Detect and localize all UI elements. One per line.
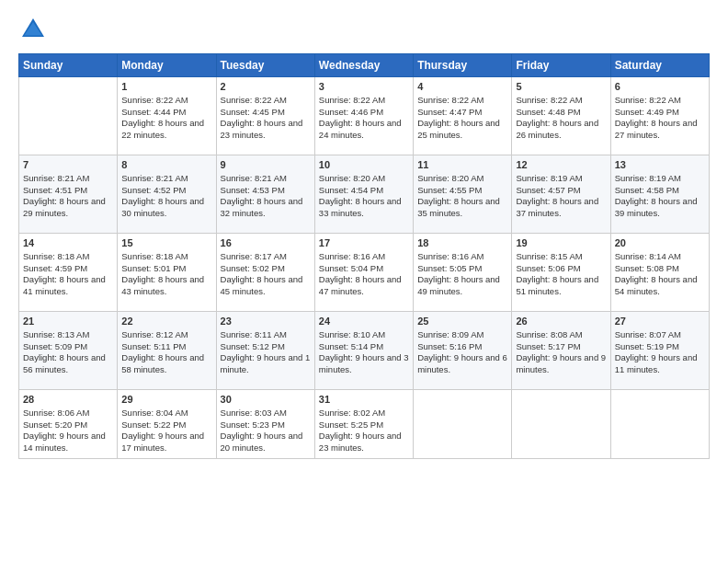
sunset-text: Sunset: 4:49 PM (615, 107, 679, 117)
sunrise-text: Sunrise: 8:02 AM (319, 408, 385, 418)
calendar-cell: 11Sunrise: 8:20 AMSunset: 4:55 PMDayligh… (414, 155, 512, 234)
daylight-text: Daylight: 8 hours and 49 minutes. (417, 274, 500, 296)
sunset-text: Sunset: 5:09 PM (23, 341, 87, 351)
daylight-text: Daylight: 8 hours and 23 minutes. (221, 118, 303, 140)
calendar-cell: 30Sunrise: 8:03 AMSunset: 5:23 PMDayligh… (216, 390, 314, 459)
daylight-text: Daylight: 8 hours and 54 minutes. (615, 274, 698, 296)
sunrise-text: Sunrise: 8:15 AM (516, 251, 582, 261)
day-number: 20 (615, 236, 705, 250)
daylight-text: Daylight: 8 hours and 33 minutes. (319, 196, 402, 218)
sunset-text: Sunset: 5:14 PM (319, 341, 383, 351)
day-number: 18 (417, 236, 507, 250)
sunset-text: Sunset: 4:45 PM (221, 107, 285, 117)
day-number: 22 (121, 315, 211, 328)
sunrise-text: Sunrise: 8:16 AM (417, 251, 483, 261)
weekday-header-thursday: Thursday (414, 54, 512, 77)
calendar-cell: 23Sunrise: 8:11 AMSunset: 5:12 PMDayligh… (216, 312, 314, 390)
daylight-text: Daylight: 8 hours and 32 minutes. (221, 196, 303, 218)
day-number: 29 (121, 393, 211, 407)
day-number: 24 (319, 315, 409, 328)
day-number: 17 (319, 236, 409, 250)
week-row-4: 21Sunrise: 8:13 AMSunset: 5:09 PMDayligh… (19, 312, 710, 390)
header (18, 15, 710, 44)
calendar-cell (512, 390, 610, 459)
calendar-cell: 29Sunrise: 8:04 AMSunset: 5:22 PMDayligh… (118, 390, 216, 459)
page: SundayMondayTuesdayWednesdayThursdayFrid… (0, 0, 728, 563)
daylight-text: Daylight: 8 hours and 30 minutes. (121, 196, 204, 218)
calendar-cell: 5Sunrise: 8:22 AMSunset: 4:48 PMDaylight… (512, 77, 610, 155)
calendar-cell: 3Sunrise: 8:22 AMSunset: 4:46 PMDaylight… (314, 77, 413, 155)
sunrise-text: Sunrise: 8:22 AM (516, 95, 582, 105)
calendar-cell: 14Sunrise: 8:18 AMSunset: 4:59 PMDayligh… (19, 234, 118, 312)
daylight-text: Daylight: 9 hours and 23 minutes. (319, 431, 402, 453)
calendar-cell: 18Sunrise: 8:16 AMSunset: 5:05 PMDayligh… (414, 234, 512, 312)
day-number: 21 (23, 315, 113, 328)
day-number: 3 (319, 80, 409, 94)
sunrise-text: Sunrise: 8:14 AM (615, 251, 681, 261)
day-number: 6 (615, 80, 705, 94)
calendar-cell: 15Sunrise: 8:18 AMSunset: 5:01 PMDayligh… (118, 234, 216, 312)
sunset-text: Sunset: 5:02 PM (221, 263, 285, 273)
day-number: 30 (221, 393, 311, 407)
sunrise-text: Sunrise: 8:22 AM (221, 95, 287, 105)
calendar-table: SundayMondayTuesdayWednesdayThursdayFrid… (18, 53, 710, 459)
daylight-text: Daylight: 8 hours and 43 minutes. (121, 274, 204, 296)
day-number: 4 (417, 80, 507, 94)
day-number: 14 (23, 236, 113, 250)
day-number: 23 (221, 315, 311, 328)
sunset-text: Sunset: 5:20 PM (23, 419, 87, 430)
week-row-2: 7Sunrise: 8:21 AMSunset: 4:51 PMDaylight… (19, 155, 710, 234)
daylight-text: Daylight: 8 hours and 37 minutes. (516, 196, 598, 218)
sunset-text: Sunset: 4:52 PM (121, 185, 186, 195)
sunset-text: Sunset: 5:16 PM (417, 341, 482, 351)
sunrise-text: Sunrise: 8:03 AM (221, 408, 287, 418)
sunrise-text: Sunrise: 8:17 AM (221, 251, 287, 261)
sunrise-text: Sunrise: 8:11 AM (221, 329, 287, 339)
weekday-header-tuesday: Tuesday (216, 54, 314, 77)
calendar-cell: 2Sunrise: 8:22 AMSunset: 4:45 PMDaylight… (216, 77, 314, 155)
calendar-cell: 8Sunrise: 8:21 AMSunset: 4:52 PMDaylight… (118, 155, 216, 234)
daylight-text: Daylight: 8 hours and 35 minutes. (417, 196, 500, 218)
sunset-text: Sunset: 4:54 PM (319, 185, 383, 195)
day-number: 27 (615, 315, 705, 328)
daylight-text: Daylight: 9 hours and 1 minute. (221, 352, 311, 374)
sunset-text: Sunset: 5:19 PM (615, 341, 679, 351)
sunrise-text: Sunrise: 8:10 AM (319, 329, 385, 339)
week-row-3: 14Sunrise: 8:18 AMSunset: 4:59 PMDayligh… (19, 234, 710, 312)
calendar-cell: 26Sunrise: 8:08 AMSunset: 5:17 PMDayligh… (512, 312, 610, 390)
sunset-text: Sunset: 5:05 PM (417, 263, 482, 273)
daylight-text: Daylight: 9 hours and 9 minutes. (516, 352, 606, 374)
calendar-cell: 9Sunrise: 8:21 AMSunset: 4:53 PMDaylight… (216, 155, 314, 234)
daylight-text: Daylight: 8 hours and 45 minutes. (221, 274, 303, 296)
calendar-cell: 12Sunrise: 8:19 AMSunset: 4:57 PMDayligh… (512, 155, 610, 234)
sunrise-text: Sunrise: 8:22 AM (121, 95, 188, 105)
weekday-header-friday: Friday (512, 54, 610, 77)
sunrise-text: Sunrise: 8:21 AM (221, 173, 287, 183)
day-number: 5 (516, 80, 606, 94)
sunset-text: Sunset: 4:48 PM (516, 107, 580, 117)
sunset-text: Sunset: 4:55 PM (417, 185, 482, 195)
daylight-text: Daylight: 9 hours and 14 minutes. (23, 431, 106, 453)
sunset-text: Sunset: 5:22 PM (121, 419, 186, 430)
daylight-text: Daylight: 8 hours and 24 minutes. (319, 118, 402, 140)
sunset-text: Sunset: 4:44 PM (121, 107, 186, 117)
calendar-cell: 31Sunrise: 8:02 AMSunset: 5:25 PMDayligh… (314, 390, 413, 459)
calendar-cell (19, 77, 118, 155)
sunset-text: Sunset: 5:25 PM (319, 419, 383, 430)
sunset-text: Sunset: 4:53 PM (221, 185, 285, 195)
day-number: 2 (221, 80, 311, 94)
day-number: 13 (615, 158, 705, 172)
calendar-cell: 17Sunrise: 8:16 AMSunset: 5:04 PMDayligh… (314, 234, 413, 312)
day-number: 8 (121, 158, 211, 172)
daylight-text: Daylight: 8 hours and 41 minutes. (23, 274, 106, 296)
weekday-header-row: SundayMondayTuesdayWednesdayThursdayFrid… (19, 54, 710, 77)
sunrise-text: Sunrise: 8:09 AM (417, 329, 483, 339)
sunset-text: Sunset: 5:17 PM (516, 341, 580, 351)
day-number: 10 (319, 158, 409, 172)
sunset-text: Sunset: 4:47 PM (417, 107, 482, 117)
calendar-cell: 24Sunrise: 8:10 AMSunset: 5:14 PMDayligh… (314, 312, 413, 390)
weekday-header-wednesday: Wednesday (314, 54, 413, 77)
daylight-text: Daylight: 8 hours and 27 minutes. (615, 118, 698, 140)
sunrise-text: Sunrise: 8:06 AM (23, 408, 89, 418)
sunset-text: Sunset: 5:11 PM (121, 341, 186, 351)
